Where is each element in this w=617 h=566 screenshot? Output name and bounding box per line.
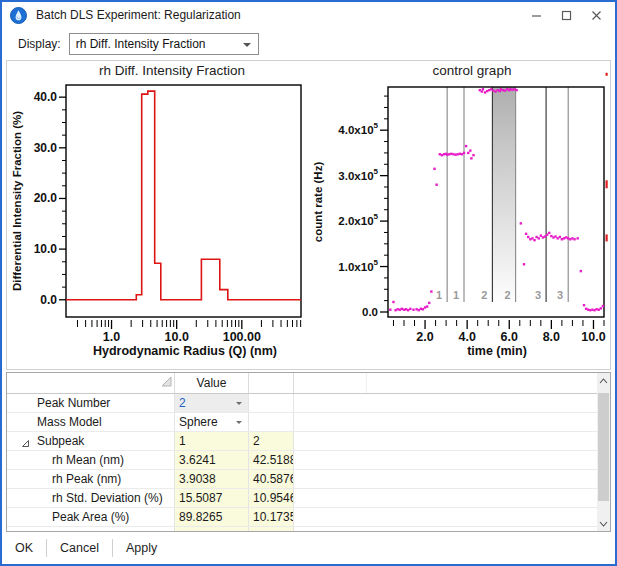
chart-control-graph[interactable]: control graph1122330.01.0x1052.0x1053.0x… — [312, 63, 608, 358]
svg-text:0.0: 0.0 — [40, 293, 57, 307]
value2-cell[interactable] — [249, 413, 294, 431]
row-label: rh Peak (nm) — [7, 472, 121, 486]
display-row: Display: rh Diff. Intensity Fraction — [2, 28, 615, 60]
table-row[interactable]: Peak Area (%)89.826510.1735 — [7, 508, 610, 527]
charts-canvas[interactable]: rh Diff. Intensity Fraction0.010.020.030… — [7, 61, 610, 369]
maximize-button[interactable] — [551, 2, 581, 28]
header-cell-extra — [294, 373, 367, 393]
row-label: rh Std. Deviation (%) — [7, 491, 163, 505]
app-icon — [10, 7, 27, 24]
scroll-up-icon[interactable] — [597, 373, 610, 388]
header-cell-value[interactable]: Value — [175, 373, 249, 393]
header-cell-property[interactable] — [7, 373, 175, 393]
table-body: Peak Number2Mass ModelSphereSubpeak12rh … — [7, 394, 610, 531]
row-label-cell[interactable]: Subpeak — [7, 432, 175, 450]
table-row[interactable]: rh Peak (nm)3.903840.5876 — [7, 470, 610, 489]
svg-text:8.0: 8.0 — [543, 330, 560, 344]
charts-panel[interactable]: rh Diff. Intensity Fraction0.010.020.030… — [6, 60, 611, 370]
row-label-cell[interactable]: rh Mean (nm) — [7, 451, 175, 469]
table-scrollbar[interactable] — [597, 373, 610, 531]
value-cell[interactable]: 15.5087 — [175, 489, 249, 507]
chevron-down-icon — [236, 402, 242, 405]
chart-rh-diff-intensity-fraction[interactable]: rh Diff. Intensity Fraction0.010.020.030… — [11, 63, 301, 358]
table-row[interactable]: rh Mean (nm)3.624142.5188 — [7, 451, 610, 470]
value2-cell[interactable]: 42.5188 — [249, 451, 294, 469]
svg-text:2: 2 — [504, 289, 510, 301]
value2-cell[interactable]: 40.5876 — [249, 470, 294, 488]
table-row[interactable]: Mass ModelSphere — [7, 413, 610, 432]
value-cell[interactable]: 89.8265 — [175, 508, 249, 526]
svg-text:Differential Intensity Fractio: Differential Intensity Fraction (%) — [11, 111, 23, 291]
apply-button[interactable]: Apply — [113, 541, 170, 555]
svg-text:100.00: 100.00 — [223, 330, 261, 344]
value-dropdown[interactable]: 2 — [175, 394, 249, 412]
display-label: Display: — [18, 37, 61, 51]
row-label: Mass Model — [7, 415, 102, 429]
value-cell[interactable]: 3.6241 — [175, 451, 249, 469]
svg-text:1: 1 — [453, 289, 459, 301]
value-dropdown[interactable]: Sphere — [175, 413, 249, 431]
value2-cell[interactable]: 10.9546 — [249, 489, 294, 507]
close-button[interactable] — [581, 2, 611, 28]
row-label: Peak Number — [7, 396, 110, 410]
svg-text:10.0: 10.0 — [34, 242, 58, 256]
svg-text:time (min): time (min) — [467, 344, 527, 358]
display-dropdown[interactable]: rh Diff. Intensity Fraction — [69, 33, 259, 55]
ok-button[interactable]: OK — [2, 541, 46, 555]
svg-text:2.0x105: 2.0x105 — [338, 212, 378, 227]
table-header-row: Value — [7, 373, 610, 394]
svg-text:6.0: 6.0 — [501, 330, 518, 344]
row-label-cell[interactable]: Peak Number — [7, 394, 175, 412]
header-cell-value2[interactable] — [249, 373, 294, 393]
svg-text:3: 3 — [557, 289, 563, 301]
app-window: Batch DLS Experiment: Regularization Dis… — [0, 0, 617, 566]
svg-text:3: 3 — [535, 289, 541, 301]
minimize-button[interactable] — [521, 2, 551, 28]
svg-text:1.0x105: 1.0x105 — [338, 258, 378, 273]
chevron-down-icon — [243, 43, 251, 47]
results-table: Value Peak Number2Mass ModelSphereSubpea… — [6, 372, 611, 532]
svg-text:40.0: 40.0 — [34, 90, 58, 104]
row-label: rh Mean (nm) — [7, 453, 124, 467]
window-title: Batch DLS Experiment: Regularization — [36, 8, 241, 22]
value-cell[interactable]: 3.9038 — [175, 470, 249, 488]
scroll-down-icon[interactable] — [597, 516, 610, 531]
value-cell[interactable]: 1 — [175, 432, 249, 450]
value2-cell[interactable]: 2 — [249, 432, 294, 450]
svg-text:2.0: 2.0 — [416, 330, 433, 344]
chevron-down-icon — [236, 421, 242, 424]
svg-text:control graph: control graph — [433, 63, 512, 78]
cancel-button[interactable]: Cancel — [47, 541, 112, 555]
title-bar: Batch DLS Experiment: Regularization — [2, 2, 615, 28]
scrollbar-thumb[interactable] — [598, 393, 609, 501]
row-label-cell[interactable]: Mass Model — [7, 413, 175, 431]
svg-text:rh Diff. Intensity Fraction: rh Diff. Intensity Fraction — [99, 63, 245, 78]
svg-text:4.0x105: 4.0x105 — [338, 121, 378, 136]
svg-text:3.0x105: 3.0x105 — [338, 167, 378, 182]
svg-text:20.0: 20.0 — [34, 191, 58, 205]
row-label-cell[interactable]: Peak Area (%) — [7, 508, 175, 526]
row-label-cell[interactable]: rh Std. Deviation (%) — [7, 489, 175, 507]
svg-text:2: 2 — [481, 289, 487, 301]
svg-text:0.0: 0.0 — [362, 306, 378, 318]
svg-text:1.0: 1.0 — [103, 330, 120, 344]
row-label: Peak Area (%) — [7, 510, 129, 524]
partial-row — [7, 527, 610, 531]
svg-text:count rate (Hz): count rate (Hz) — [312, 162, 324, 243]
table-row[interactable]: rh Std. Deviation (%)15.508710.9546 — [7, 489, 610, 508]
table-row[interactable]: Subpeak12 — [7, 432, 610, 451]
svg-text:30.0: 30.0 — [34, 141, 58, 155]
value2-cell[interactable]: 10.1735 — [249, 508, 294, 526]
row-label-cell[interactable]: rh Peak (nm) — [7, 470, 175, 488]
svg-text:1: 1 — [436, 289, 442, 301]
expander-icon[interactable] — [21, 437, 30, 450]
corner-gripper-icon — [161, 376, 172, 390]
svg-text:Hydrodynamic Radius (Q) (nm): Hydrodynamic Radius (Q) (nm) — [93, 344, 277, 358]
value2-cell[interactable] — [249, 394, 294, 412]
button-bar: OK Cancel Apply — [2, 532, 615, 564]
table-row[interactable]: Peak Number2 — [7, 394, 610, 413]
row-label: Subpeak — [7, 434, 84, 448]
display-dropdown-value: rh Diff. Intensity Fraction — [76, 37, 206, 51]
svg-text:10.0: 10.0 — [581, 330, 605, 344]
svg-text:10.0: 10.0 — [165, 330, 189, 344]
